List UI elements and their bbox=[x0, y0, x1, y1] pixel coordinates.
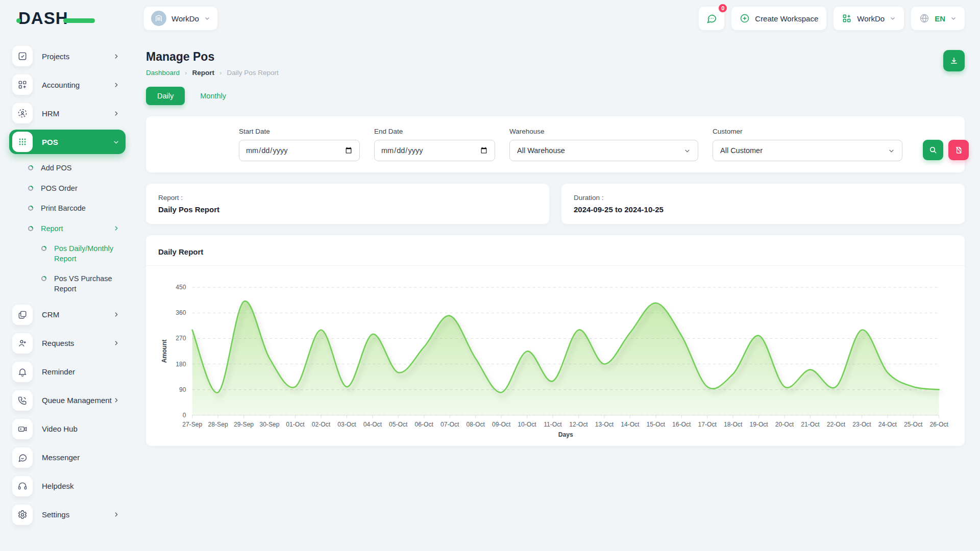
tab-monthly[interactable]: Monthly bbox=[198, 87, 228, 105]
breadcrumb-separator: › bbox=[185, 69, 187, 77]
report-label: Report : bbox=[158, 194, 537, 202]
svg-text:180: 180 bbox=[176, 361, 186, 368]
svg-text:20-Oct: 20-Oct bbox=[775, 421, 794, 428]
search-icon bbox=[929, 146, 937, 154]
sidebar-item-pos-vs-purchase-report[interactable]: Pos VS Purchase Report bbox=[9, 269, 126, 299]
svg-text:22-Oct: 22-Oct bbox=[827, 421, 846, 428]
customer-select[interactable]: All Customer bbox=[713, 140, 902, 161]
customer-label: Customer bbox=[713, 128, 902, 135]
workspace-dropdown-label: WorkDo bbox=[857, 14, 885, 23]
svg-text:01-Oct: 01-Oct bbox=[286, 421, 305, 428]
daily-report-area-chart: 09018027036045027-Sep28-Sep29-Sep30-Sep0… bbox=[158, 279, 952, 439]
messages-button[interactable]: 0 bbox=[699, 7, 724, 30]
sidebar-item-report[interactable]: Report bbox=[9, 219, 126, 239]
workspace-dropdown[interactable]: WorkDo bbox=[834, 7, 904, 30]
svg-text:Amount: Amount bbox=[161, 340, 168, 363]
workspace-name: WorkDo bbox=[172, 14, 199, 23]
sidebar-item-requests[interactable]: Requests bbox=[9, 331, 126, 356]
donut-bullet-icon bbox=[41, 276, 47, 282]
end-date-input[interactable] bbox=[374, 140, 495, 161]
download-icon bbox=[949, 56, 959, 65]
svg-text:28-Sep: 28-Sep bbox=[208, 421, 228, 428]
chevron-down-icon bbox=[888, 147, 895, 154]
svg-text:04-Oct: 04-Oct bbox=[363, 421, 382, 428]
svg-text:24-Oct: 24-Oct bbox=[878, 421, 897, 428]
chat-smile-icon bbox=[12, 447, 33, 468]
svg-text:30-Sep: 30-Sep bbox=[260, 421, 280, 428]
sidebar-item-crm[interactable]: CRM bbox=[9, 303, 126, 327]
sidebar-item-add-pos[interactable]: Add POS bbox=[9, 158, 126, 179]
chevron-right-icon bbox=[113, 82, 119, 88]
sidebar-item-print-barcode[interactable]: Print Barcode bbox=[9, 198, 126, 219]
start-date-label: Start Date bbox=[239, 128, 360, 135]
workspace-grid-icon bbox=[842, 13, 852, 23]
svg-text:0: 0 bbox=[183, 412, 186, 419]
logo-dot bbox=[16, 18, 21, 23]
svg-text:16-Oct: 16-Oct bbox=[672, 421, 691, 428]
breadcrumb-dashboard[interactable]: Dashboard bbox=[146, 69, 180, 77]
overlap-squares-icon bbox=[12, 305, 33, 325]
sidebar-item-accounting[interactable]: Accounting bbox=[9, 72, 126, 97]
sidebar-item-helpdesk[interactable]: Helpdesk bbox=[9, 474, 126, 498]
warehouse-selected-value: All Warehouse bbox=[517, 146, 565, 155]
reset-filter-button[interactable] bbox=[948, 140, 969, 160]
svg-text:450: 450 bbox=[176, 284, 186, 291]
dots-grid-icon bbox=[12, 132, 33, 152]
topbar: DASH WorkDo 0 Create Workspace bbox=[0, 0, 980, 37]
chevron-down-icon bbox=[950, 15, 957, 21]
tab-daily[interactable]: Daily bbox=[146, 87, 185, 105]
warehouse-select[interactable]: All Warehouse bbox=[509, 140, 698, 161]
brand-logo[interactable]: DASH bbox=[18, 9, 95, 28]
customer-field-group: Customer All Customer bbox=[713, 128, 902, 161]
breadcrumb-current: Daily Pos Report bbox=[227, 69, 279, 77]
bell-icon bbox=[12, 362, 33, 382]
language-selector[interactable]: EN bbox=[911, 7, 965, 30]
donut-bullet-icon bbox=[28, 165, 34, 171]
sidebar-item-hrm[interactable]: HRM bbox=[9, 101, 126, 126]
chevron-right-icon bbox=[113, 311, 119, 318]
chevron-down-icon bbox=[113, 139, 119, 145]
chevron-down-icon bbox=[204, 15, 210, 21]
chevron-right-icon bbox=[113, 397, 119, 404]
svg-text:Days: Days bbox=[558, 431, 573, 438]
chart-container: 09018027036045027-Sep28-Sep29-Sep30-Sep0… bbox=[158, 266, 952, 439]
svg-text:03-Oct: 03-Oct bbox=[337, 421, 356, 428]
start-date-input[interactable] bbox=[239, 140, 360, 161]
logo-dash-bar bbox=[63, 18, 95, 23]
duration-value: 2024-09-25 to 2024-10-25 bbox=[574, 205, 952, 214]
checkbox-icon bbox=[12, 46, 33, 66]
svg-text:14-Oct: 14-Oct bbox=[621, 421, 640, 428]
search-button[interactable] bbox=[923, 140, 943, 160]
svg-text:21-Oct: 21-Oct bbox=[801, 421, 820, 428]
sidebar-item-messenger[interactable]: Messenger bbox=[9, 445, 126, 470]
donut-bullet-icon bbox=[41, 245, 47, 252]
workspace-switcher[interactable]: WorkDo bbox=[144, 7, 217, 30]
sidebar-item-pos[interactable]: POS bbox=[9, 130, 126, 154]
sidebar-item-reminder[interactable]: Reminder bbox=[9, 360, 126, 384]
end-date-label: End Date bbox=[374, 128, 495, 135]
create-workspace-button[interactable]: Create Workspace bbox=[731, 7, 826, 30]
svg-text:05-Oct: 05-Oct bbox=[389, 421, 408, 428]
sidebar-item-pos-daily-monthly-report[interactable]: Pos Daily/Monthly Report bbox=[9, 239, 126, 269]
person-plus-icon bbox=[12, 333, 33, 354]
create-workspace-icon bbox=[740, 13, 750, 23]
download-button[interactable] bbox=[943, 50, 965, 71]
topbar-actions: 0 Create Workspace WorkDo EN bbox=[699, 7, 965, 30]
sidebar-item-settings[interactable]: Settings bbox=[9, 503, 126, 527]
svg-text:27-Sep: 27-Sep bbox=[182, 421, 202, 428]
sidebar-item-queue-management[interactable]: Queue Management bbox=[9, 388, 126, 413]
svg-text:360: 360 bbox=[176, 309, 186, 316]
sidebar-item-projects[interactable]: Projects bbox=[9, 44, 126, 68]
svg-text:11-Oct: 11-Oct bbox=[544, 421, 562, 428]
gear-icon bbox=[12, 505, 33, 525]
duration-label: Duration : bbox=[574, 194, 952, 202]
svg-text:07-Oct: 07-Oct bbox=[440, 421, 459, 428]
sidebar-item-video-hub[interactable]: Video Hub bbox=[9, 417, 126, 441]
building-icon bbox=[155, 14, 163, 22]
sidebar-item-pos-order[interactable]: POS Order bbox=[9, 179, 126, 199]
customer-selected-value: All Customer bbox=[720, 146, 763, 155]
chevron-down-icon bbox=[890, 15, 896, 21]
chevron-right-icon bbox=[113, 340, 119, 346]
chevron-right-icon bbox=[113, 53, 119, 60]
summary-cards: Report : Daily Pos Report Duration : 202… bbox=[146, 184, 965, 224]
